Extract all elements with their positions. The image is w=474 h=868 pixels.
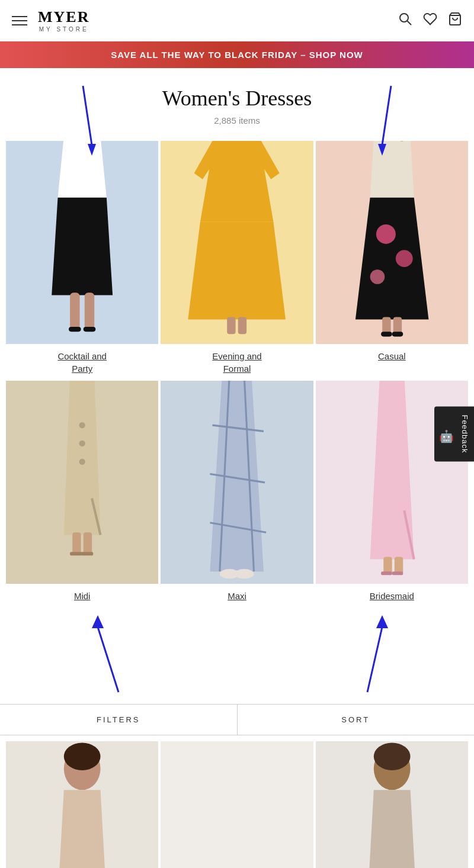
svg-rect-14 [84,327,96,332]
evening-image [161,141,313,344]
svg-rect-33 [393,317,401,335]
page-title-section: Women's Dresses 2,885 items [0,68,474,131]
search-icon [398,12,412,26]
casual-image [316,141,468,344]
svg-rect-43 [72,533,81,555]
svg-point-27 [376,224,396,244]
header-icons [398,12,462,30]
sort-button[interactable]: SORT [238,705,475,735]
svg-rect-12 [85,293,94,330]
svg-line-67 [98,627,118,692]
bottom-bar: FILTERS SORT [0,704,474,735]
item-count: 2,885 items [12,115,462,126]
svg-rect-35 [392,332,403,337]
logo-area[interactable]: MYER MY STORE [38,8,89,33]
evening-label: Evening andFormal [212,350,261,375]
cocktail-image [6,141,158,344]
header-left: MYER MY STORE [12,8,89,33]
sort-label: SORT [341,715,370,724]
wishlist-button[interactable] [423,12,437,30]
svg-point-41 [79,459,85,465]
svg-line-69 [367,627,382,692]
svg-line-1 [408,21,412,25]
cocktail-label: Cocktail andParty [57,350,107,375]
heart-icon [423,12,437,26]
bag-icon [448,12,462,26]
svg-marker-73 [55,790,110,868]
svg-point-39 [79,422,85,428]
midi-label: Midi [74,590,91,602]
search-button[interactable] [398,12,412,30]
svg-point-72 [64,743,101,770]
svg-point-0 [400,14,408,22]
cocktail-dress-svg [6,141,158,344]
product-card-3[interactable] [316,741,468,868]
svg-rect-13 [69,327,81,332]
svg-point-28 [396,250,413,268]
feedback-label: Feedback [460,414,469,453]
svg-rect-22 [238,317,246,335]
svg-point-75 [373,743,410,770]
svg-rect-21 [228,317,236,335]
bridesmaid-label: Bridesmaid [370,590,414,602]
category-casual[interactable]: Casual [316,141,468,378]
svg-marker-68 [92,615,104,628]
svg-point-40 [79,441,85,446]
svg-rect-46 [81,552,94,556]
cart-button[interactable] [448,12,462,30]
svg-marker-25 [370,141,414,198]
logo-text: MYER [38,8,89,26]
banner-text: SAVE ALL THE WAY TO BLACK FRIDAY – SHOP … [111,50,363,60]
maxi-label: Maxi [228,590,246,602]
svg-rect-34 [381,332,392,337]
promo-banner[interactable]: SAVE ALL THE WAY TO BLACK FRIDAY – SHOP … [0,41,474,68]
svg-marker-70 [376,615,388,628]
svg-rect-11 [70,293,79,330]
maxi-image [161,381,313,584]
svg-rect-65 [381,572,392,576]
svg-rect-45 [70,552,82,556]
svg-rect-44 [84,533,92,555]
svg-marker-76 [364,790,419,868]
product-row [0,735,474,868]
svg-rect-32 [382,317,390,335]
midi-image [6,381,158,584]
casual-dress-svg [316,141,468,344]
svg-marker-10 [52,198,113,295]
svg-rect-63 [383,557,392,574]
casual-label: Casual [378,350,406,362]
svg-point-56 [235,569,254,578]
page-title-area: Women's Dresses 2,885 items [0,68,474,131]
category-cocktail[interactable]: Cocktail andParty [6,141,158,378]
svg-point-29 [370,270,385,285]
svg-marker-9 [57,141,106,198]
filters-label: FILTERS [97,715,140,724]
bottom-annotation-svg [0,609,474,704]
category-midi[interactable]: Midi [6,381,158,606]
page-title: Women's Dresses [12,86,462,111]
feedback-robot-icon: 🤖 [439,429,454,443]
category-evening[interactable]: Evening andFormal [161,141,313,378]
svg-marker-26 [356,198,429,320]
category-maxi[interactable]: Maxi [161,381,313,606]
evening-dress-svg [161,141,313,344]
product-image-3 [316,741,468,868]
feedback-tab[interactable]: Feedback 🤖 [434,406,474,461]
midi-dress-svg [6,381,158,584]
product-card-1[interactable] [6,741,158,868]
svg-rect-64 [394,557,402,574]
site-header: MYER MY STORE [0,0,474,41]
product-image-2 [161,741,313,868]
hamburger-menu[interactable] [12,16,27,25]
product-image-1 [6,741,158,868]
svg-marker-18 [188,222,286,320]
product-svg-3 [316,741,468,868]
logo-tagline: MY STORE [38,26,89,33]
product-svg-1 [6,741,158,868]
maxi-dress-svg [161,381,313,584]
product-card-2 [161,741,313,868]
categories-grid: Cocktail andParty [0,131,474,615]
filters-button[interactable]: FILTERS [0,705,238,735]
svg-rect-66 [392,572,403,576]
bottom-arrows-area [0,609,474,704]
